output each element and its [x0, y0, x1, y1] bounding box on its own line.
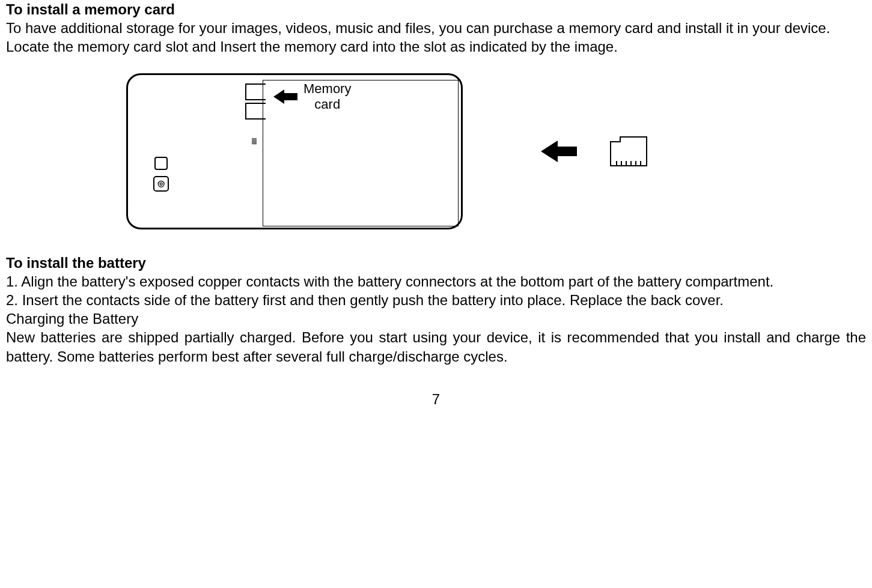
card-slot-bottom — [245, 103, 266, 120]
microsd-card-icon — [608, 135, 649, 168]
phone-outline: Memory card ◎ IIIIII — [126, 73, 463, 229]
big-arrow-left-icon — [541, 139, 583, 163]
flash-rect-icon — [154, 157, 168, 170]
card-slot-top — [245, 83, 266, 100]
section-heading-install-memory: To install a memory card — [6, 0, 866, 19]
para-memory-intro: To have additional storage for your imag… — [6, 19, 866, 37]
step-1: 1. Align the battery's exposed copper co… — [6, 272, 866, 291]
memory-label-line2: card — [303, 97, 351, 112]
memory-card-label: Memory card — [303, 81, 351, 113]
camera-lens-glyph: ◎ — [157, 178, 165, 189]
para-memory-locate: Locate the memory card slot and Insert t… — [6, 37, 866, 56]
charging-paragraph: New batteries are shipped partially char… — [6, 328, 866, 365]
insert-direction-group — [541, 135, 649, 168]
camera-lens-icon: ◎ — [153, 176, 169, 192]
back-cover-outline — [263, 80, 459, 226]
charging-heading: Charging the Battery — [6, 309, 866, 328]
memory-label-line1: Memory — [303, 81, 351, 97]
page-number: 7 — [6, 390, 866, 408]
connector-marks: IIIIII — [251, 138, 258, 145]
memory-card-figure: Memory card ◎ IIIIII — [6, 73, 866, 229]
section-heading-install-battery: To install the battery — [6, 253, 866, 272]
step-2: 2. Insert the contacts side of the batte… — [6, 291, 866, 309]
